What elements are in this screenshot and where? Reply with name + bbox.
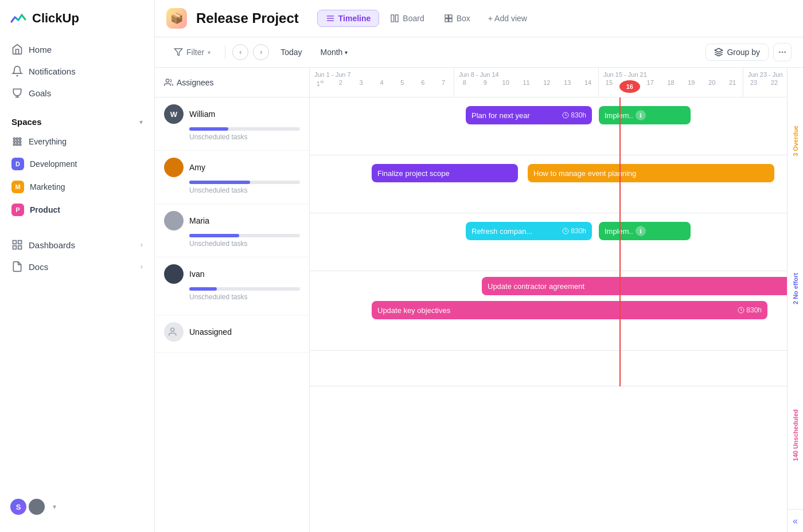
- add-view-label: + Add view: [488, 14, 527, 23]
- week-label-2: Jun 8 - Jun 14: [454, 68, 598, 79]
- sidebar-item-goals[interactable]: Goals: [5, 83, 150, 103]
- svg-point-1: [13, 138, 15, 139]
- sidebar-item-development[interactable]: D Development: [5, 153, 150, 175]
- person-row-ivan: Ivan Unscheduled tasks: [155, 257, 309, 315]
- day-15: 15: [599, 79, 619, 93]
- right-side-labels: 3 Overdue 2 No effort 140 Unscheduled «: [787, 68, 803, 532]
- day-11: 11: [516, 79, 537, 86]
- docs-icon: [11, 261, 23, 272]
- collapse-button[interactable]: «: [788, 509, 803, 532]
- svg-rect-10: [13, 241, 17, 244]
- tab-box[interactable]: Box: [435, 10, 479, 27]
- progress-bar-maria: [189, 234, 239, 237]
- tab-board[interactable]: Board: [381, 10, 432, 27]
- marketing-label: Marketing: [30, 182, 65, 191]
- timeline-area: Assignees W William Unscheduled tasks: [155, 68, 803, 532]
- days-row-2: 8 9 10 11 12 13 14: [454, 79, 598, 86]
- week-label-3: Jun 15 - Jun 21: [599, 68, 743, 79]
- sidebar-item-home[interactable]: Home: [5, 39, 150, 60]
- box-icon: [444, 14, 453, 23]
- filter-button[interactable]: Filter ▾: [166, 44, 218, 61]
- week-label-1: Jun 1 - Jun 7: [310, 68, 454, 79]
- avatar-ivan: [164, 264, 184, 284]
- task-label-plan: Plan for next year: [471, 111, 530, 120]
- sidebar: ClickUp Home Notifications Goals Spaces …: [0, 0, 155, 532]
- docs-label: Docs: [29, 262, 48, 272]
- group-by-button[interactable]: Group by: [705, 44, 769, 61]
- person-name-amy: Amy: [189, 163, 205, 172]
- sidebar-item-notifications[interactable]: Notifications: [5, 61, 150, 81]
- month-label: Month: [320, 48, 342, 57]
- day-13: 13: [557, 79, 578, 86]
- person-name-unassigned: Unassigned: [189, 327, 232, 337]
- task-label-refresh: Refresh compan...: [471, 227, 532, 236]
- assignees-header: Assignees: [155, 68, 309, 97]
- task-bar-implem-maria[interactable]: Implem.. ℹ: [599, 222, 691, 240]
- svg-point-28: [166, 79, 169, 82]
- toolbar-divider-1: [225, 45, 225, 59]
- week-block-2: Jun 8 - Jun 14 8 9 10 11 12 13 14: [454, 68, 599, 97]
- task-bar-finalize[interactable]: Finalize project scope: [372, 164, 518, 182]
- timeline-section-maria: Refresh compan... 830h Implem.. ℹ: [310, 213, 787, 271]
- task-bar-contractor[interactable]: Update contractor agreement: [482, 277, 787, 295]
- avatar-unassigned: [164, 322, 184, 342]
- svg-rect-20: [449, 15, 451, 18]
- project-icon: 📦: [166, 8, 187, 29]
- day-2: 2: [330, 79, 351, 87]
- day-5: 5: [392, 79, 412, 87]
- progress-bar-william: [189, 127, 228, 131]
- space-list: Everything D Development M Marketing P P…: [0, 131, 154, 221]
- tab-timeline[interactable]: Timeline: [317, 10, 380, 27]
- collapse-arrow-icon: «: [793, 516, 798, 526]
- prev-arrow-button[interactable]: ‹: [232, 44, 248, 60]
- next-arrow-button[interactable]: ›: [253, 44, 269, 60]
- sidebar-item-dashboards[interactable]: Dashboards ›: [5, 234, 150, 255]
- day-17: 17: [640, 79, 661, 93]
- svg-rect-22: [449, 19, 451, 22]
- avatar-s: S: [9, 498, 28, 516]
- sidebar-item-docs[interactable]: Docs ›: [5, 256, 150, 277]
- sidebar-item-everything[interactable]: Everything: [5, 131, 150, 152]
- goals-label: Goals: [29, 88, 51, 98]
- svg-rect-12: [18, 246, 22, 249]
- tab-box-label: Box: [457, 14, 470, 23]
- timeline-row-william: Plan for next year 830h Implem.. ℹ: [310, 97, 787, 133]
- dashboards-chevron-icon: ›: [141, 241, 143, 249]
- task-bar-event-planning[interactable]: How to manage event planning: [528, 164, 774, 182]
- month-button[interactable]: Month ▾: [313, 44, 354, 60]
- sidebar-item-marketing[interactable]: M Marketing: [5, 176, 150, 198]
- add-view-button[interactable]: + Add view: [481, 10, 534, 26]
- task-bar-plan-next-year[interactable]: Plan for next year 830h: [466, 106, 592, 124]
- day-22: 22: [764, 79, 785, 86]
- info-badge-maria: ℹ: [636, 226, 646, 236]
- task-bar-key-objectives[interactable]: Update key objectives 830h: [372, 301, 767, 319]
- timeline-rows: Plan for next year 830h Implem.. ℹ: [310, 97, 787, 386]
- sidebar-item-product[interactable]: P Product: [5, 199, 150, 221]
- timeline-section-amy: Finalize project scope How to manage eve…: [310, 155, 787, 213]
- timeline-section-unassigned: [310, 351, 787, 386]
- more-options-button[interactable]: [773, 43, 792, 61]
- svg-point-29: [171, 328, 174, 331]
- day-20: 20: [701, 79, 722, 93]
- docs-chevron-icon: ›: [141, 263, 143, 271]
- avatar-caret-icon[interactable]: ▾: [53, 503, 56, 511]
- day-19: 19: [681, 79, 701, 93]
- week-block-3: Jun 15 - Jun 21 15 16 17 18 19 20 21: [599, 68, 743, 97]
- person-info-maria: Maria: [164, 211, 300, 230]
- person-row-william: W William Unscheduled tasks: [155, 97, 309, 151]
- unscheduled-label-maria: Unscheduled tasks: [189, 240, 300, 250]
- spaces-header[interactable]: Spaces ▾: [5, 112, 150, 131]
- task-duration-plan: 830h: [559, 111, 586, 119]
- week-label-4: Jun 23 - Jun: [743, 68, 787, 79]
- today-line: [619, 97, 621, 386]
- avatar-maria: [164, 211, 184, 230]
- product-label: Product: [30, 205, 60, 214]
- notifications-label: Notifications: [29, 66, 76, 76]
- filter-caret-icon: ▾: [208, 49, 211, 56]
- task-bar-implem-william[interactable]: Implem.. ℹ: [599, 106, 691, 124]
- unscheduled-label-william: Unscheduled tasks: [189, 133, 300, 143]
- layers-icon: [714, 48, 723, 57]
- task-bar-refresh[interactable]: Refresh compan... 830h: [466, 222, 592, 240]
- day-10: 10: [496, 79, 516, 86]
- today-button[interactable]: Today: [274, 44, 309, 60]
